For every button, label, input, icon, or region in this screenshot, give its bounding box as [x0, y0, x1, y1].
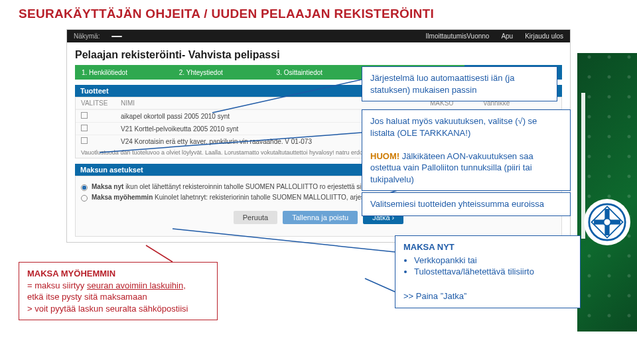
callout-autopass: Järjestelmä luo automaattisesti iän (ja … — [362, 66, 557, 101]
app-heading: Pelaajan rekisteröinti- Vahvista pelipas… — [67, 42, 570, 65]
callout-bullet: Verkkopankki tai — [414, 255, 572, 267]
callout-title: MAKSA MYÖHEMMIN — [27, 268, 209, 280]
step-label: 1. Henkilötiedot — [82, 69, 127, 76]
row-checkbox[interactable] — [81, 137, 121, 145]
nav-help[interactable]: Apu — [501, 32, 513, 40]
callout-insurance: Jos haluat myös vakuutuksen, valitse (√)… — [362, 109, 571, 191]
callout-text: Jos haluat myös vakuutuksen, valitse (√)… — [370, 116, 537, 138]
svg-line-8 — [365, 278, 395, 292]
row-checkbox[interactable] — [81, 125, 121, 133]
callout-huom: HUOM! — [370, 151, 399, 161]
radio-label: Maksa nyt — [92, 183, 123, 190]
callout-text: = maksu siirtyy — [27, 280, 87, 290]
callout-title: MAKSA NYT — [403, 241, 572, 253]
save-exit-button[interactable]: Tallenna ja poistu — [283, 211, 358, 224]
decorative-stripe — [577, 53, 637, 332]
step-3[interactable]: 3. Osittaintiedot — [270, 65, 368, 80]
app-top-nav: Näkymä: IlmoittautumisVuonno Apu Kirjaud… — [67, 30, 570, 42]
svg-point-3 — [604, 219, 611, 226]
nav-view-select[interactable] — [111, 36, 122, 37]
callout-text: >> Paina ”Jatka” — [403, 291, 466, 301]
slide-root: SEURAKÄYTTÄJÄN OHJEITA / UUDEN PELAAJAN … — [0, 0, 637, 364]
callout-pay-now: MAKSA NYT Verkkopankki tai Tulostettava/… — [395, 235, 581, 308]
row-checkbox[interactable] — [81, 112, 121, 120]
callout-text: etkä itse pysty sitä maksamaan — [27, 292, 147, 302]
callout-text: Valitsemiesi tuotteiden yhteissumma euro… — [370, 199, 544, 209]
step-label: 3. Osittaintiedot — [277, 69, 322, 76]
nav-label: Näkymä: — [74, 32, 100, 40]
step-1[interactable]: 1. Henkilötiedot — [75, 65, 173, 80]
radio-label: Maksa myöhemmin — [92, 194, 153, 201]
svg-line-9 — [146, 245, 173, 262]
step-label: 2. Yhteystiedot — [179, 69, 223, 76]
cancel-button[interactable]: Peruuta — [234, 211, 278, 224]
radio-icon — [81, 184, 88, 191]
slide-title: SEURAKÄYTTÄJÄN OHJEITA / UUDEN PELAAJAN … — [19, 7, 434, 21]
nav-logout[interactable]: Kirjaudu ulos — [525, 32, 563, 40]
nav-mid: IlmoittautumisVuonno — [426, 32, 490, 40]
callout-pay-later: MAKSA MYÖHEMMIN = maksu siirtyy seuran a… — [19, 262, 218, 320]
radio-icon — [81, 195, 88, 202]
callout-bullet: Tulostettava/lähetettävä tilisiirto — [414, 266, 572, 278]
callout-underline: seuran avoimiin laskuihin, — [87, 280, 186, 290]
callout-text: > voit pyytää laskun seuralta sähköposti… — [27, 304, 188, 314]
football-association-logo — [584, 199, 630, 245]
step-2[interactable]: 2. Yhteystiedot — [173, 65, 270, 80]
col-valitse: VALITSE — [81, 99, 121, 107]
callout-total: Valitsemiesi tuotteiden yhteissumma euro… — [362, 192, 571, 216]
callout-text: Järjestelmä luo automaattisesti iän (ja … — [370, 73, 515, 95]
